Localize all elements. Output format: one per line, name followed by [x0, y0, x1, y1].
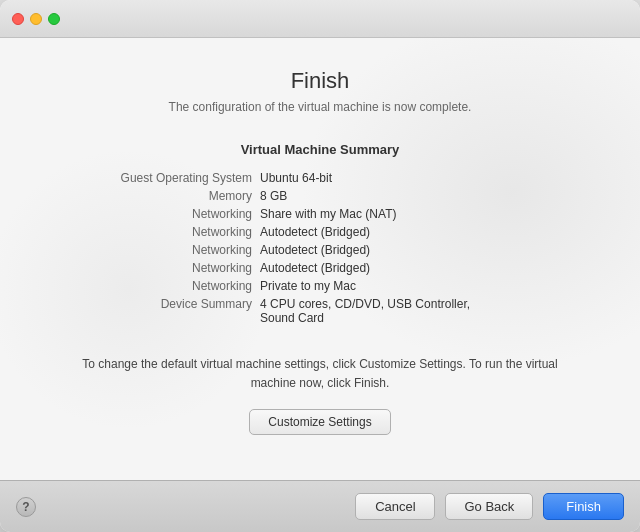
row-label: Networking: [80, 205, 260, 223]
titlebar: [0, 0, 640, 38]
row-label: Networking: [80, 241, 260, 259]
table-row: NetworkingShare with my Mac (NAT): [80, 205, 560, 223]
row-label: Memory: [80, 187, 260, 205]
row-value: Autodetect (Bridged): [260, 223, 560, 241]
finish-button[interactable]: Finish: [543, 493, 624, 520]
row-value: Autodetect (Bridged): [260, 241, 560, 259]
help-button[interactable]: ?: [16, 497, 36, 517]
row-label: Networking: [80, 259, 260, 277]
traffic-lights: [12, 13, 60, 25]
subtitle: The configuration of the virtual machine…: [169, 100, 472, 114]
footer: ? Cancel Go Back Finish: [0, 480, 640, 532]
summary-section: Virtual Machine Summary Guest Operating …: [80, 142, 560, 327]
row-value: Autodetect (Bridged): [260, 259, 560, 277]
row-label: Networking: [80, 223, 260, 241]
row-label: Networking: [80, 277, 260, 295]
close-button[interactable]: [12, 13, 24, 25]
go-back-button[interactable]: Go Back: [445, 493, 533, 520]
row-value: Share with my Mac (NAT): [260, 205, 560, 223]
table-row: NetworkingAutodetect (Bridged): [80, 259, 560, 277]
row-label: Guest Operating System: [80, 169, 260, 187]
description-text: To change the default virtual machine se…: [70, 355, 570, 393]
window: Finish The configuration of the virtual …: [0, 0, 640, 532]
cancel-button[interactable]: Cancel: [355, 493, 435, 520]
main-content: Finish The configuration of the virtual …: [0, 38, 640, 480]
row-value: 8 GB: [260, 187, 560, 205]
table-row: NetworkingPrivate to my Mac: [80, 277, 560, 295]
maximize-button[interactable]: [48, 13, 60, 25]
description-area: To change the default virtual machine se…: [70, 355, 570, 435]
table-row: NetworkingAutodetect (Bridged): [80, 223, 560, 241]
footer-right: Cancel Go Back Finish: [355, 493, 624, 520]
table-row: Memory8 GB: [80, 187, 560, 205]
summary-rows: Guest Operating SystemUbuntu 64-bitMemor…: [80, 169, 560, 327]
footer-left: ?: [16, 497, 36, 517]
row-value: 4 CPU cores, CD/DVD, USB Controller,Soun…: [260, 295, 560, 327]
row-value: Private to my Mac: [260, 277, 560, 295]
row-label: Device Summary: [80, 295, 260, 327]
row-value: Ubuntu 64-bit: [260, 169, 560, 187]
section-title: Virtual Machine Summary: [80, 142, 560, 157]
table-row: NetworkingAutodetect (Bridged): [80, 241, 560, 259]
table-row: Device Summary4 CPU cores, CD/DVD, USB C…: [80, 295, 560, 327]
page-title: Finish: [291, 68, 350, 94]
table-row: Guest Operating SystemUbuntu 64-bit: [80, 169, 560, 187]
customize-settings-button[interactable]: Customize Settings: [249, 409, 390, 435]
minimize-button[interactable]: [30, 13, 42, 25]
